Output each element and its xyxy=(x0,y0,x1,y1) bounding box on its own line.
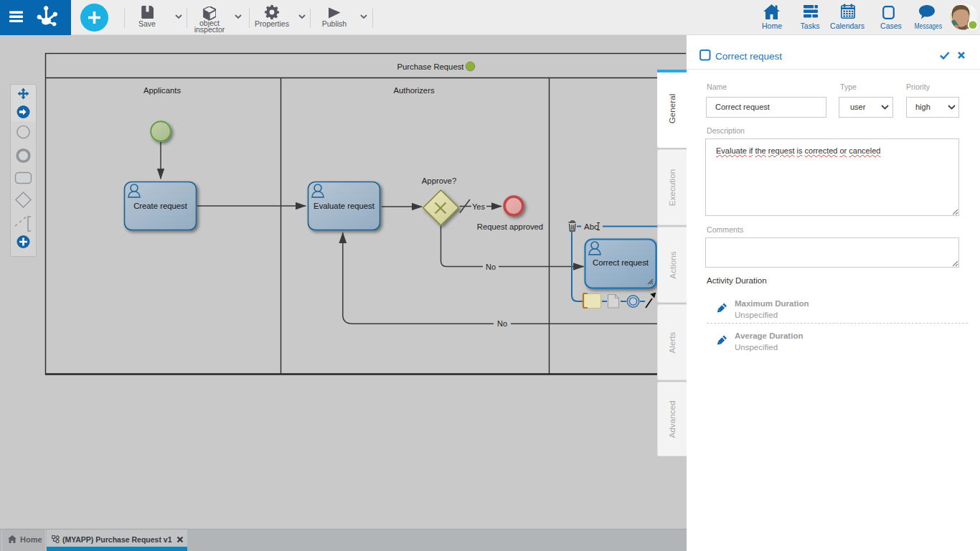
svg-text:No: No xyxy=(497,319,507,328)
svg-text:Correct request: Correct request xyxy=(593,258,649,267)
svg-text:Authorizers: Authorizers xyxy=(393,86,434,95)
svg-text:Abc: Abc xyxy=(584,222,598,231)
svg-text:Evaluate request: Evaluate request xyxy=(314,202,375,210)
svg-text:Request approved: Request approved xyxy=(477,222,543,231)
svg-text:Yes: Yes xyxy=(472,202,485,211)
svg-text:Purchase Request: Purchase Request xyxy=(397,62,465,71)
svg-text:Approve?: Approve? xyxy=(422,176,456,185)
svg-text:Applicants: Applicants xyxy=(143,86,181,95)
svg-text:No: No xyxy=(486,263,496,271)
svg-text:Create request: Create request xyxy=(133,202,188,210)
